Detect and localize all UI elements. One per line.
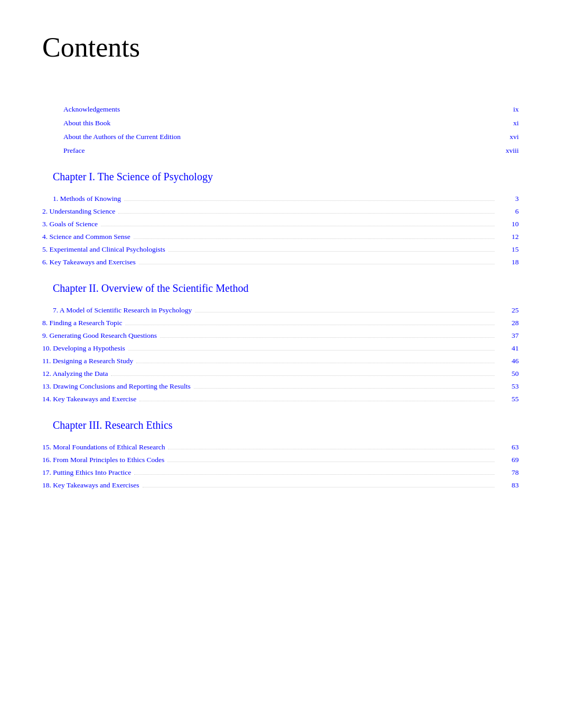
toc-entry-page: 18 [498,258,519,266]
chapter-heading: Chapter I. The Science of Psychology [53,171,519,183]
leader [194,388,494,389]
toc-entry: 10. Developing a Hypothesis 41 [42,344,519,353]
front-matter-page: xi [498,119,519,127]
chapter-section: Chapter I. The Science of Psychology 1. … [42,171,519,266]
front-matter-page: xvi [498,133,519,141]
toc-entry-page: 6 [498,207,519,216]
toc-entry-link[interactable]: 8. Finding a Research Topic [42,319,122,327]
toc-entry-link[interactable]: 18. Key Takeaways and Exercises [42,481,139,490]
front-matter-link[interactable]: Preface [63,146,85,155]
toc-entry-page: 83 [498,481,519,490]
chapter-heading: Chapter II. Overview of the Scientific M… [53,282,519,294]
chapter-section: Chapter II. Overview of the Scientific M… [42,282,519,403]
page-title: Contents [42,32,519,63]
toc-entry: 9. Generating Good Research Questions 37 [42,331,519,340]
toc-entry-link[interactable]: 9. Generating Good Research Questions [42,331,157,340]
toc-entry-link[interactable]: 3. Goals of Science [42,220,98,228]
toc-entry: 17. Putting Ethics Into Practice 78 [42,468,519,477]
toc-entry-page: 69 [498,456,519,464]
leader [143,487,494,487]
leader [101,226,494,226]
toc-entries: 7. A Model of Scientific Research in Psy… [42,306,519,403]
toc-entry: 12. Analyzing the Data 50 [42,370,519,378]
leader [167,462,494,462]
toc-entry-page: 50 [498,370,519,378]
toc-entry-link[interactable]: 14. Key Takeaways and Exercise [42,395,136,403]
toc-entry-link[interactable]: 10. Developing a Hypothesis [42,344,125,353]
toc-entry: 18. Key Takeaways and Exercises 83 [42,481,519,490]
toc-entry-link[interactable]: 5. Experimental and Clinical Psychologis… [42,245,165,254]
toc-entry-link[interactable]: 15. Moral Foundations of Ethical Researc… [42,443,165,451]
front-matter-item: About the Authors of the Current Edition… [63,133,519,141]
front-matter-section: Acknowledgements ix About this Book xi A… [63,105,519,155]
toc-entry-link[interactable]: 1. Methods of Knowing [53,195,121,203]
toc-entry: 14. Key Takeaways and Exercise 55 [42,395,519,403]
toc-entry: 5. Experimental and Clinical Psychologis… [42,245,519,254]
toc-entry-link[interactable]: 12. Analyzing the Data [42,370,108,378]
toc-entry: 8. Finding a Research Topic 28 [42,319,519,327]
leader [124,200,494,201]
front-matter-page: ix [498,105,519,114]
toc-entry-page: 15 [498,245,519,254]
leader [134,238,494,239]
toc-entry-page: 63 [498,443,519,451]
toc-entry: 7. A Model of Scientific Research in Psy… [53,306,519,315]
leader [128,350,494,351]
toc-entry: 2. Understanding Science 6 [42,207,519,216]
toc-entry-page: 53 [498,382,519,391]
leader [195,312,494,312]
toc-entry-link[interactable]: 6. Key Takeaways and Exercises [42,258,136,266]
front-matter-link[interactable]: Acknowledgements [63,105,120,114]
toc-entry-page: 3 [498,195,519,203]
toc-entry-link[interactable]: 11. Designing a Research Study [42,357,133,365]
toc-entry-link[interactable]: 17. Putting Ethics Into Practice [42,468,131,477]
toc-entry-page: 55 [498,395,519,403]
toc-entry: 3. Goals of Science 10 [42,220,519,228]
front-matter-page: xviii [498,146,519,155]
chapter-section: Chapter III. Research Ethics 15. Moral F… [42,419,519,490]
leader [160,337,494,338]
toc-entry-page: 12 [498,233,519,241]
toc-entries: 15. Moral Foundations of Ethical Researc… [42,443,519,490]
chapter-heading: Chapter III. Research Ethics [53,419,519,431]
leader [134,474,494,475]
leader [125,325,494,325]
toc-entry: 4. Science and Common Sense 12 [42,233,519,241]
toc-entry-link[interactable]: 16. From Moral Principles to Ethics Code… [42,456,164,464]
front-matter-item: Preface xviii [63,146,519,155]
leader [139,401,494,401]
leader [136,363,494,363]
toc-entry-page: 78 [498,468,519,477]
leader [168,449,494,449]
toc-entry-page: 37 [498,331,519,340]
toc-entry-link[interactable]: 4. Science and Common Sense [42,233,130,241]
toc-entry: 15. Moral Foundations of Ethical Researc… [42,443,519,451]
toc-entry-page: 10 [498,220,519,228]
toc-entry-page: 25 [498,306,519,315]
toc-entry: 11. Designing a Research Study 46 [42,357,519,365]
leader [139,264,494,264]
front-matter-item: About this Book xi [63,119,519,127]
toc-entry: 13. Drawing Conclusions and Reporting th… [42,382,519,391]
toc-entry-link[interactable]: 7. A Model of Scientific Research in Psy… [53,306,192,315]
toc-entry-page: 28 [498,319,519,327]
front-matter-link[interactable]: About this Book [63,119,110,127]
toc-entry: 6. Key Takeaways and Exercises 18 [42,258,519,266]
leader [118,213,494,214]
toc-entry-page: 41 [498,344,519,353]
leader [111,375,494,376]
toc-entry-link[interactable]: 13. Drawing Conclusions and Reporting th… [42,382,191,391]
leader [169,251,494,252]
front-matter-link[interactable]: About the Authors of the Current Edition [63,133,181,141]
toc-entry-page: 46 [498,357,519,365]
toc-entries: 1. Methods of Knowing 3 2. Understanding… [42,195,519,266]
front-matter-item: Acknowledgements ix [63,105,519,114]
toc-entry-link[interactable]: 2. Understanding Science [42,207,115,216]
toc-entry: 1. Methods of Knowing 3 [53,195,519,203]
toc-entry: 16. From Moral Principles to Ethics Code… [42,456,519,464]
